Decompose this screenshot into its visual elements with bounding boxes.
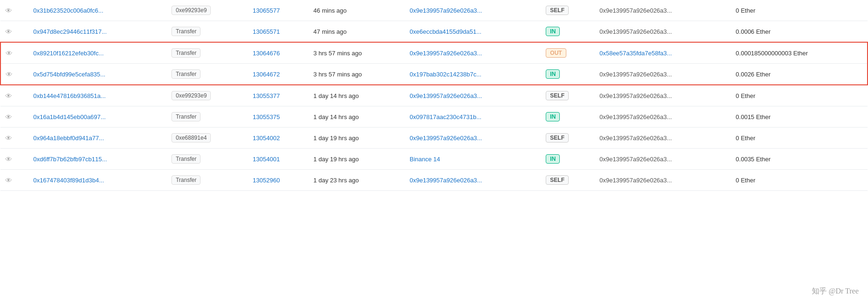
eye-cell: 👁 — [0, 0, 29, 21]
direction-cell: SELF — [541, 170, 594, 191]
method-cell: Transfer — [167, 106, 248, 128]
from-address-link[interactable]: 0x9e139957a926e026a3... — [409, 7, 482, 14]
tx-hash-link[interactable]: 0x5d754bfd99e5cefa835... — [33, 71, 105, 78]
from-address-link[interactable]: 0xe6eccbda4155d9da51... — [409, 28, 481, 35]
tx-hash-link[interactable]: 0xb144e47816b936851a... — [33, 92, 106, 99]
block-link[interactable]: 13065571 — [253, 28, 280, 35]
direction-badge: IN — [546, 154, 560, 164]
tx-hash-link[interactable]: 0x89210f16212efeb30fc... — [33, 50, 104, 57]
from-address-link[interactable]: Binance 14 — [409, 156, 440, 163]
block-cell: 13065571 — [248, 21, 309, 43]
method-badge: 0xe68891e4 — [171, 133, 211, 143]
from-address-link[interactable]: 0x9e139957a926e026a3... — [409, 50, 482, 57]
block-link[interactable]: 13055375 — [253, 113, 280, 120]
method-badge: 0xe99293e9 — [171, 91, 211, 100]
from-address-link[interactable]: 0x9e139957a926e026a3... — [409, 177, 482, 184]
block-link[interactable]: 13054001 — [253, 156, 280, 163]
age-cell: 1 day 23 hrs ago — [309, 170, 405, 191]
method-badge: Transfer — [171, 175, 200, 185]
method-badge: Transfer — [171, 154, 200, 164]
eye-icon[interactable]: 👁 — [5, 155, 12, 163]
block-cell: 13054001 — [248, 149, 309, 170]
age-cell: 46 mins ago — [309, 0, 405, 21]
value-cell: 0 Ether — [731, 0, 868, 21]
from-address-link[interactable]: 0x097817aac230c4731b... — [409, 113, 481, 120]
from-address-link[interactable]: 0x197bab302c14238b7c... — [409, 71, 481, 78]
block-link[interactable]: 13055377 — [253, 92, 280, 99]
block-cell: 13054002 — [248, 128, 309, 149]
from-cell: 0x197bab302c14238b7c... — [405, 64, 541, 85]
value-cell: 0 Ether — [731, 170, 868, 191]
method-cell: Transfer — [167, 64, 248, 85]
eye-icon[interactable]: 👁 — [5, 113, 12, 121]
block-cell: 13064672 — [248, 64, 309, 85]
direction-badge: SELF — [546, 6, 569, 15]
direction-badge: IN — [546, 112, 560, 121]
from-cell: 0x9e139957a926e026a3... — [405, 42, 541, 64]
method-badge: Transfer — [171, 112, 200, 121]
tx-hash-cell: 0xd6ff7b7b62bfb97cb115... — [29, 149, 167, 170]
method-badge: 0xe99293e9 — [171, 6, 211, 15]
to-cell: 0x9e139957a926e026a3... — [595, 128, 731, 149]
eye-icon[interactable]: 👁 — [5, 176, 12, 184]
eye-cell: 👁 — [0, 128, 29, 149]
tx-hash-link[interactable]: 0x947d8ec29446c11f317... — [33, 28, 107, 35]
from-cell: 0x9e139957a926e026a3... — [405, 128, 541, 149]
eye-cell: 👁 — [0, 21, 29, 43]
to-address-link[interactable]: 0x58ee57a35fda7e58fa3... — [600, 50, 672, 57]
to-address: 0x9e139957a926e026a3... — [600, 28, 672, 35]
age-cell: 1 day 14 hrs ago — [309, 85, 405, 106]
tx-hash-link[interactable]: 0x31b623520c006a0fc6... — [33, 7, 104, 14]
block-link[interactable]: 13052960 — [253, 177, 280, 184]
eye-icon[interactable]: 👁 — [5, 28, 12, 36]
method-cell: Transfer — [167, 149, 248, 170]
tx-hash-link[interactable]: 0x964a18ebbf0d941a77... — [33, 135, 104, 142]
tx-hash-cell: 0xb144e47816b936851a... — [29, 85, 167, 106]
tx-hash-cell: 0x31b623520c006a0fc6... — [29, 0, 167, 21]
from-cell: 0x9e139957a926e026a3... — [405, 85, 541, 106]
eye-icon[interactable]: 👁 — [5, 7, 12, 15]
eye-cell: 👁 — [0, 170, 29, 191]
eye-cell: 👁 — [0, 85, 29, 106]
eye-icon[interactable]: 👁 — [5, 134, 12, 142]
direction-cell: IN — [541, 64, 594, 85]
from-cell: 0xe6eccbda4155d9da51... — [405, 21, 541, 43]
block-link[interactable]: 13064672 — [253, 71, 280, 78]
table-row: 👁0x16a1b4d145eb00a697...Transfer13055375… — [0, 106, 868, 128]
block-link[interactable]: 13054002 — [253, 135, 280, 142]
method-cell: 0xe99293e9 — [167, 0, 248, 21]
from-cell: 0x9e139957a926e026a3... — [405, 170, 541, 191]
to-address: 0x9e139957a926e026a3... — [600, 113, 672, 120]
from-cell: Binance 14 — [405, 149, 541, 170]
tx-hash-link[interactable]: 0x16a1b4d145eb00a697... — [33, 113, 106, 120]
block-cell: 13065577 — [248, 0, 309, 21]
eye-icon[interactable]: 👁 — [6, 49, 13, 57]
to-address: 0x9e139957a926e026a3... — [600, 71, 672, 78]
to-cell: 0x9e139957a926e026a3... — [595, 0, 731, 21]
direction-badge: SELF — [546, 175, 569, 185]
block-cell: 13055375 — [248, 106, 309, 128]
from-cell: 0x9e139957a926e026a3... — [405, 0, 541, 21]
method-cell: 0xe68891e4 — [167, 128, 248, 149]
direction-cell: IN — [541, 21, 594, 43]
tx-hash-link[interactable]: 0x167478403f89d1d3b4... — [33, 177, 104, 184]
block-link[interactable]: 13064676 — [253, 50, 280, 57]
method-badge: Transfer — [171, 48, 200, 58]
method-badge: Transfer — [171, 27, 200, 36]
tx-hash-cell: 0x5d754bfd99e5cefa835... — [29, 64, 167, 85]
from-address-link[interactable]: 0x9e139957a926e026a3... — [409, 92, 482, 99]
block-cell: 13052960 — [248, 170, 309, 191]
age-cell: 1 day 14 hrs ago — [309, 106, 405, 128]
eye-icon[interactable]: 👁 — [5, 92, 12, 100]
direction-badge: SELF — [546, 133, 569, 143]
value-cell: 0.0026 Ether — [731, 64, 868, 85]
method-cell: Transfer — [167, 21, 248, 43]
table-row: 👁0x167478403f89d1d3b4...Transfer13052960… — [0, 170, 868, 191]
tx-hash-link[interactable]: 0xd6ff7b7b62bfb97cb115... — [33, 156, 107, 163]
from-address-link[interactable]: 0x9e139957a926e026a3... — [409, 135, 482, 142]
to-cell: 0x9e139957a926e026a3... — [595, 85, 731, 106]
block-link[interactable]: 13065577 — [253, 7, 280, 14]
to-cell: 0x9e139957a926e026a3... — [595, 170, 731, 191]
eye-icon[interactable]: 👁 — [6, 70, 13, 78]
table-row: 👁0x5d754bfd99e5cefa835...Transfer1306467… — [0, 64, 868, 85]
